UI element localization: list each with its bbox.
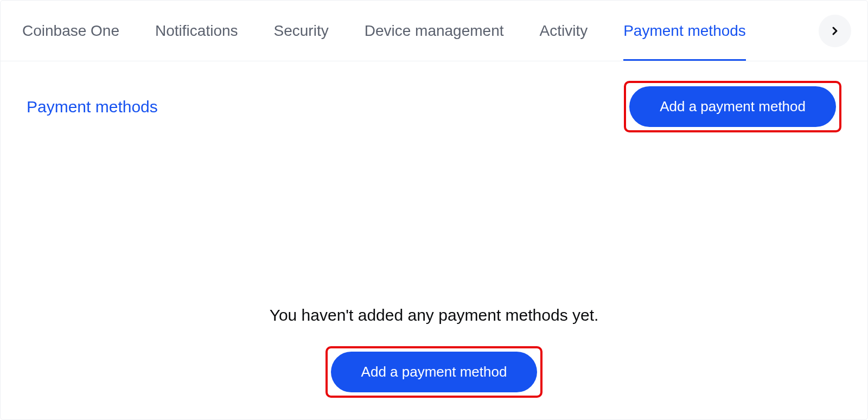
tab-activity[interactable]: Activity — [540, 1, 588, 61]
tab-coinbase-one[interactable]: Coinbase One — [22, 1, 119, 61]
add-payment-method-button-center[interactable]: Add a payment method — [331, 352, 538, 392]
tab-payment-methods[interactable]: Payment methods — [623, 1, 746, 61]
highlight-annotation-top: Add a payment method — [624, 81, 841, 132]
tab-scroll-right-button[interactable] — [819, 15, 851, 47]
add-payment-method-button-top[interactable]: Add a payment method — [629, 86, 836, 127]
section-title: Payment methods — [27, 98, 158, 116]
settings-tab-bar: Coinbase One Notifications Security Devi… — [1, 1, 867, 61]
highlight-annotation-center: Add a payment method — [326, 346, 543, 398]
tab-notifications[interactable]: Notifications — [155, 1, 238, 61]
empty-state-message: You haven't added any payment methods ye… — [1, 306, 867, 324]
tab-security[interactable]: Security — [274, 1, 329, 61]
chevron-right-icon — [828, 24, 841, 37]
tab-device-management[interactable]: Device management — [365, 1, 504, 61]
empty-state: You haven't added any payment methods ye… — [1, 132, 867, 398]
settings-panel: Coinbase One Notifications Security Devi… — [0, 0, 868, 420]
content-header: Payment methods Add a payment method — [1, 61, 867, 132]
